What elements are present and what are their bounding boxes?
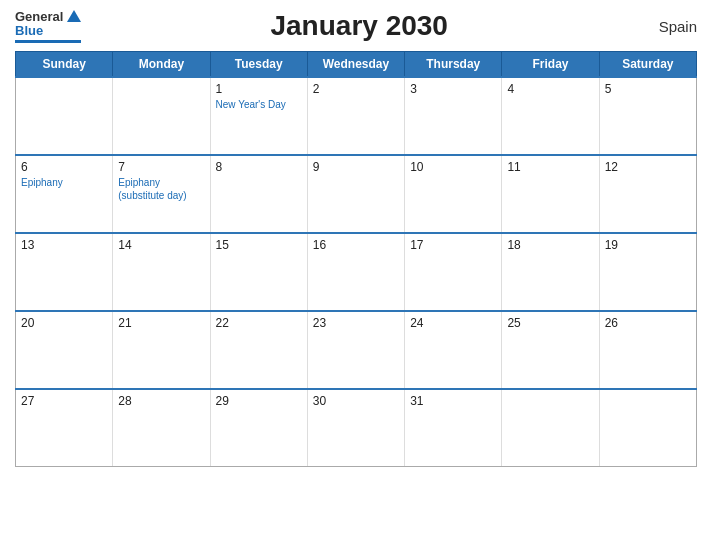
weekday-header-thursday: Thursday	[405, 51, 502, 77]
calendar-cell	[113, 77, 210, 155]
calendar-cell: 21	[113, 311, 210, 389]
logo-blue-text: Blue	[15, 24, 43, 38]
day-number: 12	[605, 160, 691, 174]
calendar-cell: 28	[113, 389, 210, 467]
day-number: 11	[507, 160, 593, 174]
day-number: 25	[507, 316, 593, 330]
calendar-cell: 13	[16, 233, 113, 311]
day-number: 23	[313, 316, 399, 330]
day-number: 18	[507, 238, 593, 252]
day-number: 15	[216, 238, 302, 252]
header: General Blue January 2030 Spain	[15, 10, 697, 43]
day-number: 1	[216, 82, 302, 96]
country-label: Spain	[637, 18, 697, 35]
calendar-cell: 27	[16, 389, 113, 467]
day-number: 31	[410, 394, 496, 408]
weekday-header-monday: Monday	[113, 51, 210, 77]
day-number: 26	[605, 316, 691, 330]
calendar-cell: 15	[210, 233, 307, 311]
day-number: 9	[313, 160, 399, 174]
calendar-cell: 30	[307, 389, 404, 467]
calendar-cell: 16	[307, 233, 404, 311]
weekday-header-row: SundayMondayTuesdayWednesdayThursdayFrid…	[16, 51, 697, 77]
day-number: 4	[507, 82, 593, 96]
calendar-cell: 22	[210, 311, 307, 389]
day-number: 14	[118, 238, 204, 252]
calendar-week-row: 13141516171819	[16, 233, 697, 311]
day-number: 28	[118, 394, 204, 408]
calendar-cell: 18	[502, 233, 599, 311]
weekday-header-wednesday: Wednesday	[307, 51, 404, 77]
day-number: 17	[410, 238, 496, 252]
calendar-cell	[16, 77, 113, 155]
calendar-cell: 17	[405, 233, 502, 311]
holiday-label: Epiphany	[21, 176, 107, 189]
day-number: 21	[118, 316, 204, 330]
logo-general-text: General	[15, 10, 63, 24]
day-number: 6	[21, 160, 107, 174]
calendar-cell: 29	[210, 389, 307, 467]
calendar-table: SundayMondayTuesdayWednesdayThursdayFrid…	[15, 51, 697, 468]
calendar-cell: 23	[307, 311, 404, 389]
holiday-label: Epiphany (substitute day)	[118, 176, 204, 202]
day-number: 7	[118, 160, 204, 174]
calendar-week-row: 2728293031	[16, 389, 697, 467]
page: General Blue January 2030 Spain SundayMo…	[0, 0, 712, 550]
day-number: 13	[21, 238, 107, 252]
calendar-cell: 2	[307, 77, 404, 155]
calendar-cell: 11	[502, 155, 599, 233]
day-number: 22	[216, 316, 302, 330]
calendar-title: January 2030	[81, 10, 637, 42]
calendar-cell: 7Epiphany (substitute day)	[113, 155, 210, 233]
calendar-cell: 1New Year's Day	[210, 77, 307, 155]
weekday-header-tuesday: Tuesday	[210, 51, 307, 77]
day-number: 2	[313, 82, 399, 96]
calendar-cell: 10	[405, 155, 502, 233]
calendar-cell: 26	[599, 311, 696, 389]
day-number: 3	[410, 82, 496, 96]
day-number: 5	[605, 82, 691, 96]
day-number: 29	[216, 394, 302, 408]
calendar-cell: 20	[16, 311, 113, 389]
calendar-cell	[502, 389, 599, 467]
calendar-cell	[599, 389, 696, 467]
calendar-cell: 6Epiphany	[16, 155, 113, 233]
calendar-cell: 4	[502, 77, 599, 155]
day-number: 8	[216, 160, 302, 174]
calendar-cell: 3	[405, 77, 502, 155]
day-number: 24	[410, 316, 496, 330]
logo-underline	[15, 40, 81, 43]
calendar-cell: 24	[405, 311, 502, 389]
holiday-label: New Year's Day	[216, 98, 302, 111]
calendar-cell: 8	[210, 155, 307, 233]
calendar-cell: 14	[113, 233, 210, 311]
calendar-week-row: 6Epiphany7Epiphany (substitute day)89101…	[16, 155, 697, 233]
calendar-cell: 19	[599, 233, 696, 311]
day-number: 30	[313, 394, 399, 408]
calendar-cell: 12	[599, 155, 696, 233]
day-number: 16	[313, 238, 399, 252]
weekday-header-sunday: Sunday	[16, 51, 113, 77]
day-number: 27	[21, 394, 107, 408]
weekday-header-saturday: Saturday	[599, 51, 696, 77]
calendar-cell: 5	[599, 77, 696, 155]
weekday-header-friday: Friday	[502, 51, 599, 77]
logo: General Blue	[15, 10, 81, 43]
day-number: 19	[605, 238, 691, 252]
day-number: 10	[410, 160, 496, 174]
calendar-week-row: 1New Year's Day2345	[16, 77, 697, 155]
calendar-cell: 9	[307, 155, 404, 233]
logo-triangle-icon	[67, 10, 81, 22]
calendar-week-row: 20212223242526	[16, 311, 697, 389]
calendar-cell: 25	[502, 311, 599, 389]
calendar-cell: 31	[405, 389, 502, 467]
day-number: 20	[21, 316, 107, 330]
